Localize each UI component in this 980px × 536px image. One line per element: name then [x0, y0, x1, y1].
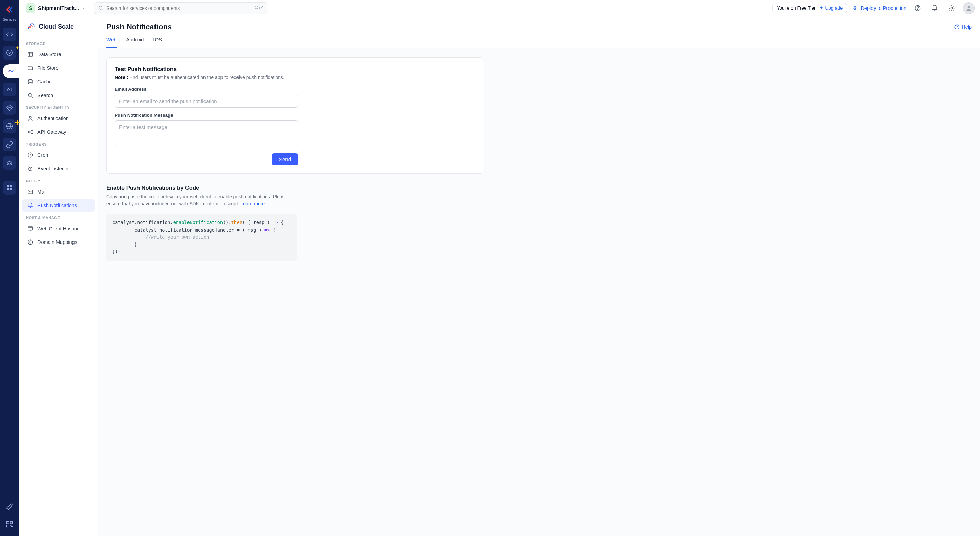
user-avatar[interactable]	[963, 2, 975, 14]
sidebar-item-api-gateway[interactable]: API Gateway	[22, 126, 95, 138]
card-title: Test Push Notifications	[115, 66, 476, 73]
tabs: Web Android IOS	[98, 31, 980, 48]
sidebar-item-data-store[interactable]: Data Store	[22, 48, 95, 60]
svg-point-13	[99, 6, 102, 10]
upgrade-link[interactable]: Upgrade	[819, 5, 843, 11]
svg-point-17	[951, 7, 953, 9]
svg-rect-12	[7, 525, 9, 527]
svg-rect-6	[7, 186, 9, 187]
project-selector[interactable]: S ShipmentTrack...	[24, 2, 89, 14]
section-security: SECURITY & IDENTITY	[19, 102, 98, 111]
rail-item-scale[interactable]	[3, 64, 19, 78]
rail-item-link[interactable]	[3, 138, 16, 151]
tier-box[interactable]: You're on Free Tier Upgrade	[772, 3, 847, 13]
sidebar-item-mail[interactable]: Mail	[22, 186, 95, 198]
rail-item-code[interactable]	[3, 27, 16, 41]
page-title: Push Notifications	[106, 22, 172, 31]
rail-item-globe[interactable]	[3, 119, 16, 133]
svg-rect-7	[10, 186, 12, 187]
project-badge: S	[26, 3, 35, 13]
tab-android[interactable]: Android	[126, 37, 144, 48]
mail-icon	[27, 189, 33, 195]
rail-item-ai[interactable]	[3, 82, 16, 96]
message-input[interactable]	[115, 121, 298, 146]
test-push-card: Test Push Notifications Note : End users…	[106, 57, 484, 174]
plus-badge-icon	[14, 119, 17, 122]
email-label: Email Address	[115, 87, 476, 92]
svg-point-32	[957, 28, 957, 28]
sidebar-item-web-client-hosting[interactable]: Web Client Hosting	[22, 222, 95, 235]
rail-item-qr[interactable]	[3, 518, 16, 531]
tier-text: You're on Free Tier	[777, 5, 816, 11]
rail-item-wand[interactable]	[3, 500, 16, 514]
user-icon	[27, 115, 33, 121]
email-input[interactable]	[115, 95, 298, 108]
sidebar: Cloud Scale STORAGE Data Store File Stor…	[19, 0, 98, 536]
svg-point-20	[28, 79, 32, 81]
alarm-icon	[27, 166, 33, 172]
globe-item-icon	[27, 239, 33, 245]
svg-point-18	[968, 6, 970, 8]
sidebar-item-search[interactable]: Search	[22, 89, 95, 101]
sidebar-item-domain-mappings[interactable]: Domain Mappings	[22, 236, 95, 248]
bell-icon[interactable]	[929, 2, 940, 14]
rail-item-apps[interactable]	[3, 181, 16, 195]
bell-item-icon	[27, 202, 33, 208]
svg-point-0	[7, 50, 13, 56]
svg-point-22	[29, 116, 31, 118]
clock-icon	[27, 152, 33, 158]
sidebar-item-push-notifications[interactable]: Push Notifications	[22, 199, 95, 211]
folder-icon	[27, 65, 33, 71]
code-block[interactable]: catalyst.notification.enableNotification…	[106, 214, 297, 261]
svg-point-1	[9, 71, 10, 71]
svg-rect-11	[10, 522, 12, 524]
svg-rect-29	[28, 227, 33, 230]
help-icon[interactable]	[912, 2, 924, 14]
cloud-scale-icon	[26, 22, 35, 31]
search-box[interactable]: ⌘+K	[94, 2, 267, 14]
section-notify: NOTIFY	[19, 176, 98, 185]
sidebar-item-file-store[interactable]: File Store	[22, 62, 95, 74]
app-logo-icon[interactable]	[5, 5, 14, 14]
search-icon	[98, 5, 103, 11]
project-name: ShipmentTrack...	[38, 5, 79, 11]
rail-services-label: Services	[3, 18, 16, 21]
cache-icon	[27, 79, 33, 85]
gateway-icon	[27, 129, 33, 135]
svg-point-24	[32, 130, 33, 131]
help-link[interactable]: Help	[954, 24, 972, 30]
rocket-icon	[853, 5, 858, 11]
svg-rect-9	[10, 188, 12, 190]
topbar: S ShipmentTrack... ⌘+K You're on Free Ti…	[19, 0, 980, 16]
svg-point-5	[10, 163, 11, 163]
code-section-title: Enable Push Notifications by Code	[106, 185, 297, 191]
search-shortcut: ⌘+K	[255, 6, 263, 10]
sparkle-icon	[14, 45, 17, 49]
send-button[interactable]: Send	[272, 153, 298, 165]
sidebar-item-cron[interactable]: Cron	[22, 149, 95, 161]
svg-point-14	[855, 7, 856, 8]
rail-item-check[interactable]	[3, 46, 16, 60]
database-icon	[27, 51, 33, 57]
gear-icon[interactable]	[946, 2, 958, 14]
deploy-button[interactable]: Deploy to Production	[853, 5, 907, 11]
svg-rect-10	[7, 522, 9, 524]
browser-icon	[27, 225, 33, 232]
search-item-icon	[27, 92, 33, 98]
sidebar-item-event-listener[interactable]: Event Listener	[22, 163, 95, 175]
learn-more-link[interactable]: Learn more	[240, 201, 265, 206]
svg-point-4	[8, 163, 9, 163]
card-note: Note : End users must be authenticated o…	[115, 75, 476, 80]
sidebar-item-authentication[interactable]: Authentication	[22, 112, 95, 124]
section-storage: STORAGE	[19, 38, 98, 48]
rail-item-diamond[interactable]	[3, 101, 16, 115]
search-input[interactable]	[106, 5, 252, 11]
rail-item-robot[interactable]	[3, 156, 16, 170]
svg-point-21	[28, 93, 32, 97]
left-rail: Services	[0, 0, 19, 536]
sidebar-item-cache[interactable]: Cache	[22, 76, 95, 88]
tab-web[interactable]: Web	[106, 37, 117, 48]
main-content: Push Notifications Help Web Android IOS …	[98, 0, 980, 536]
tab-ios[interactable]: IOS	[153, 37, 162, 48]
section-triggers: TRIGGERS	[19, 139, 98, 148]
